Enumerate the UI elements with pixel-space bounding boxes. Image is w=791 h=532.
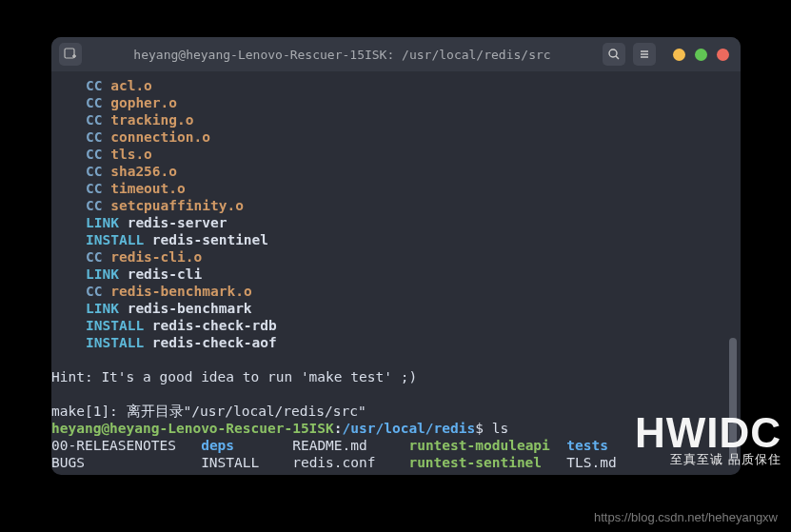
minimize-button[interactable] [673,49,685,61]
menu-button[interactable] [633,43,656,66]
titlebar-buttons [603,43,733,66]
svg-line-4 [616,56,619,59]
footer-link: https://blog.csdn.net/heheyangxw [594,510,778,524]
close-button[interactable] [717,49,729,61]
svg-point-3 [609,49,617,57]
maximize-button[interactable] [695,49,707,61]
window-controls [673,49,729,61]
terminal-window: heyang@heyang-Lenovo-Rescuer-15ISK: /usr… [51,37,741,475]
new-tab-button[interactable] [59,43,82,66]
terminal-body[interactable]: CC acl.o CC gopher.o CC tracking.o CC co… [51,71,741,475]
scrollbar[interactable] [729,338,737,462]
search-button[interactable] [603,43,625,66]
titlebar: heyang@heyang-Lenovo-Rescuer-15ISK: /usr… [51,37,741,71]
terminal-output: CC acl.o CC gopher.o CC tracking.o CC co… [51,77,731,471]
window-title: heyang@heyang-Lenovo-Rescuer-15ISK: /usr… [89,48,595,62]
